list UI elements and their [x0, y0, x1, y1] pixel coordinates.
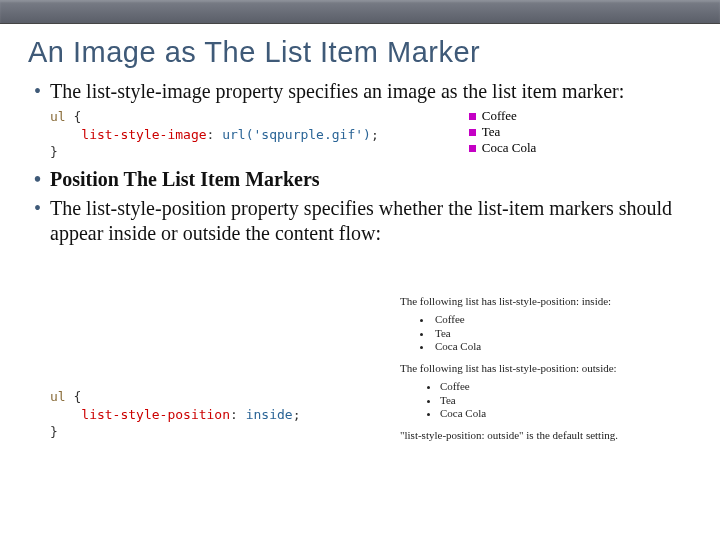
code-block-image: ul { list-style-image: url('sqpurple.gif… [50, 108, 379, 161]
code-semi: ; [293, 407, 301, 422]
list-item: Coffee [440, 380, 700, 394]
caption-outside: The following list has list-style-positi… [400, 362, 700, 376]
list-item: Coffee [420, 313, 700, 327]
list-item-label: Coffee [482, 108, 517, 124]
inside-list: Coffee Tea Coca Cola [400, 313, 700, 354]
code-value: url('sqpurple.gif') [222, 127, 371, 142]
list-item: Coffee [469, 108, 537, 124]
code-brace-close: } [50, 424, 58, 439]
square-marker-icon [469, 129, 476, 136]
square-marker-icon [469, 145, 476, 152]
slide-title: An Image as The List Item Marker [28, 36, 692, 69]
code-brace: { [66, 389, 82, 404]
position-example-block: The following list has list-style-positi… [400, 295, 700, 443]
list-item: Coca Cola [469, 140, 537, 156]
code-colon: : [207, 127, 223, 142]
code-property: list-style-position [81, 407, 230, 422]
square-marker-icon [469, 113, 476, 120]
code-brace-close: } [50, 144, 58, 159]
window-title-bar [0, 0, 720, 24]
image-marker-example: Coffee Tea Coca Cola [469, 108, 537, 156]
code-block-position: ul { list-style-position: inside; } [50, 388, 300, 441]
code-and-example-row: ul { list-style-image: url('sqpurple.gif… [50, 108, 692, 161]
bullet-item: The list-style-image property specifies … [34, 79, 692, 104]
list-item: Tea [420, 327, 700, 341]
code-indent [50, 407, 81, 422]
code-value: inside [246, 407, 293, 422]
default-note: "list-style-position: outside" is the de… [400, 429, 700, 443]
bullet-item-heading: Position The List Item Markers [34, 167, 692, 192]
list-item: Coca Cola [420, 340, 700, 354]
list-item: Coca Cola [440, 407, 700, 421]
bullet-list: Position The List Item Markers The list-… [28, 167, 692, 246]
bullet-list: The list-style-image property specifies … [28, 79, 692, 104]
outside-list: Coffee Tea Coca Cola [400, 380, 700, 421]
code-selector: ul [50, 389, 66, 404]
code-block-position-wrap: ul { list-style-position: inside; } [50, 388, 300, 441]
bullet-item: The list-style-position property specifi… [34, 196, 692, 246]
list-item: Tea [440, 394, 700, 408]
code-selector: ul [50, 109, 66, 124]
code-semi: ; [371, 127, 379, 142]
code-brace: { [66, 109, 82, 124]
caption-inside: The following list has list-style-positi… [400, 295, 700, 309]
list-item: Tea [469, 124, 537, 140]
code-indent [50, 127, 81, 142]
list-item-label: Tea [482, 124, 501, 140]
code-property: list-style-image [81, 127, 206, 142]
list-item-label: Coca Cola [482, 140, 537, 156]
code-colon: : [230, 407, 246, 422]
slide-content: An Image as The List Item Marker The lis… [0, 24, 720, 246]
